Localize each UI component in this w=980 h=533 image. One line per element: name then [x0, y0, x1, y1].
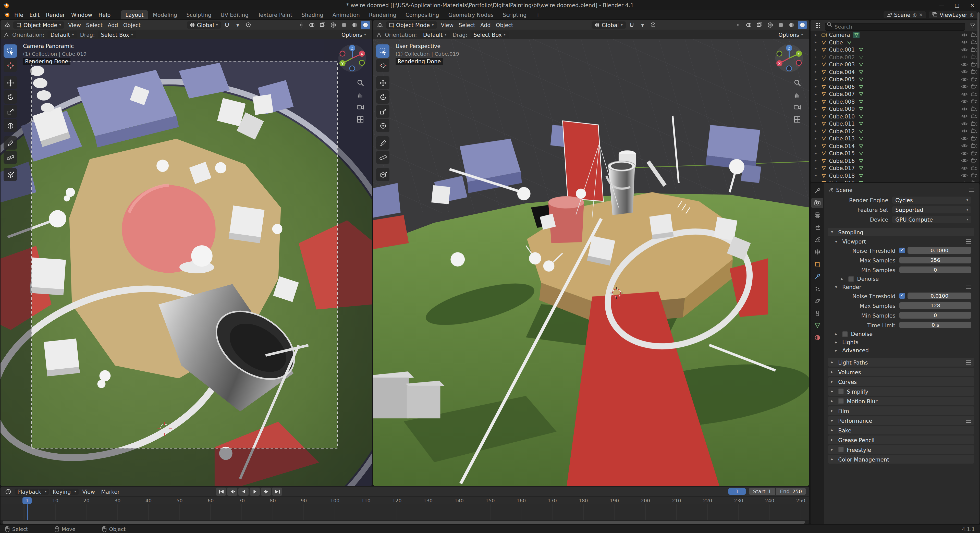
- expand-arrow-icon[interactable]: ▸: [815, 84, 819, 89]
- properties-section[interactable]: ▸ Bake: [828, 426, 974, 434]
- outliner-object-row[interactable]: ▸ Cube.019: [811, 179, 980, 182]
- tab-view-layer[interactable]: [811, 223, 823, 232]
- move-tool[interactable]: [3, 76, 17, 89]
- current-frame-field[interactable]: 1: [729, 488, 746, 495]
- search-input[interactable]: [825, 23, 965, 30]
- outliner-object-row[interactable]: ▸ Cube.015: [811, 150, 980, 157]
- disable-render-icon[interactable]: [971, 173, 977, 178]
- device-dropdown[interactable]: GPU Compute▾: [892, 216, 971, 223]
- max-samples-field[interactable]: 256: [899, 257, 971, 263]
- workspace-tab[interactable]: UV Editing: [216, 10, 253, 19]
- hide-eye-icon[interactable]: [961, 84, 968, 90]
- new-viewlayer-icon[interactable]: ⊕: [969, 11, 974, 18]
- viewport-menu-item[interactable]: Select: [456, 22, 478, 28]
- expand-arrow-icon[interactable]: ▸: [815, 144, 819, 148]
- playhead-line[interactable]: [27, 504, 28, 520]
- expand-arrow-icon[interactable]: ▸: [815, 151, 819, 156]
- rotate-tool[interactable]: [3, 91, 17, 103]
- workspace-tab[interactable]: Texture Paint: [253, 10, 297, 19]
- workspace-tab[interactable]: Scripting: [498, 10, 531, 19]
- mode-dropdown[interactable]: Object Mode▾: [13, 21, 64, 28]
- hide-eye-icon[interactable]: [961, 143, 968, 149]
- properties-section[interactable]: ▸ Performance: [828, 416, 974, 425]
- properties-section[interactable]: ▸ Simplify: [828, 387, 974, 396]
- blender-menu-icon[interactable]: [2, 10, 11, 18]
- options-dropdown[interactable]: Options▾: [775, 31, 806, 38]
- properties-section[interactable]: ▸ Film: [828, 406, 974, 415]
- tab-particles[interactable]: [811, 284, 823, 294]
- pan-hand-icon[interactable]: [357, 91, 364, 99]
- tab-world[interactable]: [811, 247, 823, 257]
- measure-tool[interactable]: [3, 151, 17, 164]
- expand-arrow-icon[interactable]: ▸: [831, 428, 835, 433]
- noise-threshold-checkbox[interactable]: [899, 293, 905, 299]
- min-samples-field[interactable]: 0: [899, 267, 971, 273]
- render-engine-dropdown[interactable]: Cycles▾: [892, 196, 971, 204]
- disable-render-icon[interactable]: [971, 165, 977, 171]
- drag-mode-dropdown[interactable]: Select Box▾: [98, 31, 136, 38]
- expand-arrow-icon[interactable]: ▸: [815, 55, 819, 59]
- disable-render-icon[interactable]: [971, 32, 977, 38]
- hide-eye-icon[interactable]: [961, 32, 968, 38]
- hide-eye-icon[interactable]: [961, 173, 968, 178]
- sampling-viewport-subheader[interactable]: ▾Viewport: [828, 237, 974, 245]
- hide-eye-icon[interactable]: [961, 158, 968, 164]
- jump-to-start-button[interactable]: [216, 487, 226, 495]
- expand-arrow-icon[interactable]: ▸: [815, 114, 819, 119]
- preset-menu-icon[interactable]: [966, 239, 971, 243]
- expand-arrow-icon[interactable]: ▸: [815, 121, 819, 126]
- camera-view-icon[interactable]: [794, 103, 801, 111]
- timeline-menu-item[interactable]: Keying: [50, 488, 79, 495]
- show-overlays-icon[interactable]: [744, 21, 753, 29]
- panel-options-icon[interactable]: [969, 188, 974, 192]
- select-box-tool[interactable]: [376, 45, 390, 58]
- sampling-render-subheader[interactable]: ▾Render: [828, 283, 974, 291]
- hide-eye-icon[interactable]: [961, 121, 968, 127]
- menu-item[interactable]: Window: [68, 11, 95, 18]
- properties-section[interactable]: ▸ Freestyle: [828, 445, 974, 454]
- expand-arrow-icon[interactable]: ▸: [815, 173, 819, 178]
- filter-icon[interactable]: [968, 21, 977, 30]
- shading-solid-icon[interactable]: [776, 21, 786, 29]
- menu-item[interactable]: Render: [43, 11, 68, 18]
- section-checkbox[interactable]: [838, 447, 844, 452]
- show-gizmo-icon[interactable]: [733, 21, 743, 29]
- section-checkbox[interactable]: [838, 398, 844, 404]
- properties-section[interactable]: ▸ Grease Pencil: [828, 436, 974, 444]
- disable-render-icon[interactable]: [971, 76, 977, 82]
- outliner-object-row[interactable]: ▸ Cube.007: [811, 91, 980, 98]
- outliner-scrollbar[interactable]: [977, 20, 980, 68]
- viewport-menu-item[interactable]: Object: [493, 22, 516, 28]
- hide-eye-icon[interactable]: [961, 151, 968, 156]
- max-samples-field[interactable]: 128: [899, 302, 971, 309]
- expand-arrow-icon[interactable]: ▸: [831, 438, 835, 442]
- disable-render-icon[interactable]: [971, 158, 977, 164]
- expand-arrow-icon[interactable]: ▸: [831, 360, 835, 364]
- expand-arrow-icon[interactable]: ▸: [815, 70, 819, 74]
- navigation-gizmo[interactable]: Z Y X: [337, 43, 367, 73]
- shading-wireframe-icon[interactable]: [329, 21, 338, 29]
- disable-render-icon[interactable]: [971, 99, 977, 104]
- expand-arrow-icon[interactable]: ▸: [815, 159, 819, 163]
- transform-orientation-dropdown[interactable]: Global▾: [592, 21, 626, 28]
- new-scene-icon[interactable]: ⊕: [912, 11, 917, 18]
- tab-render[interactable]: [811, 198, 823, 208]
- proportional-edit-icon[interactable]: [244, 21, 253, 29]
- ortho-grid-icon[interactable]: [794, 116, 801, 123]
- disable-render-icon[interactable]: [971, 69, 977, 75]
- workspace-tab[interactable]: +: [531, 10, 545, 19]
- disable-render-icon[interactable]: [971, 121, 977, 127]
- disable-render-icon[interactable]: [971, 151, 977, 156]
- show-gizmo-icon[interactable]: [297, 21, 306, 29]
- workspace-tab[interactable]: Animation: [328, 10, 364, 19]
- transform-tool[interactable]: [376, 119, 390, 132]
- expand-arrow-icon[interactable]: ▸: [815, 77, 819, 82]
- workspace-tab[interactable]: Modeling: [148, 10, 182, 19]
- outliner-object-row[interactable]: ▸ Cube.013: [811, 135, 980, 142]
- preset-menu-icon[interactable]: [966, 285, 971, 289]
- add-cube-tool[interactable]: [376, 168, 390, 181]
- expand-arrow-icon[interactable]: ▸: [815, 99, 819, 104]
- viewport-menu-item[interactable]: View: [438, 22, 456, 28]
- sampling-subsection[interactable]: ▸ Lights: [828, 338, 974, 346]
- shading-material-icon[interactable]: [787, 21, 796, 29]
